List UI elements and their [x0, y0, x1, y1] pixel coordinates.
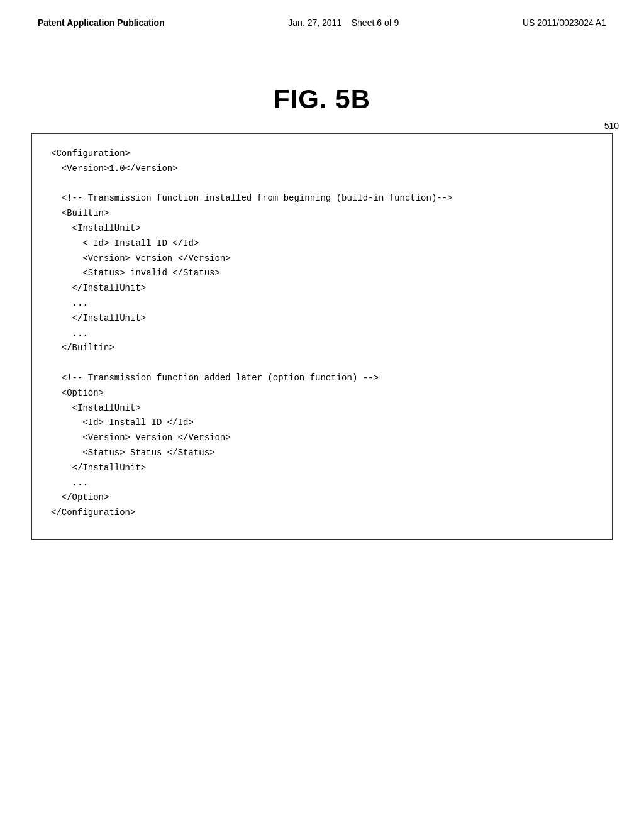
code-line: <Builtin> — [51, 206, 593, 221]
reference-number: 510 — [604, 121, 619, 131]
header-date: Jan. 27, 2011 — [288, 18, 341, 28]
code-line: <InstallUnit> — [51, 401, 593, 416]
figure-title: FIG. 5B — [0, 84, 644, 114]
code-line: ... — [51, 476, 593, 491]
code-line: </InstallUnit> — [51, 311, 593, 326]
code-line: <Version> Version </Version> — [51, 252, 593, 267]
code-line: <Id> Install ID </Id> — [51, 416, 593, 431]
code-line: <Status> Status </Status> — [51, 446, 593, 461]
header-patent-number: US 2011/0023024 A1 — [523, 18, 606, 28]
code-line: </Option> — [51, 490, 593, 506]
code-line: </InstallUnit> — [51, 461, 593, 476]
code-line: <Version>1.0</Version> — [51, 162, 593, 177]
code-line: <Configuration> — [51, 147, 593, 162]
code-box: <Configuration> <Version>1.0</Version> <… — [31, 133, 613, 540]
code-line: <Option> — [51, 386, 593, 401]
code-line: ... — [51, 326, 593, 341]
code-line — [51, 177, 593, 192]
header-sheet: Sheet 6 of 9 — [352, 18, 399, 28]
code-line: <InstallUnit> — [51, 221, 593, 236]
diagram-area: 510 <Configuration> <Version>1.0</Versio… — [31, 133, 613, 540]
code-line: </Configuration> — [51, 506, 593, 521]
code-line: ... — [51, 296, 593, 311]
page-container: Patent Application Publication Jan. 27, … — [0, 0, 644, 830]
code-line: <!-- Transmission function added later (… — [51, 371, 593, 386]
code-line: <Version> Version </Version> — [51, 431, 593, 446]
header-publication-label: Patent Application Publication — [38, 18, 165, 28]
code-line: < Id> Install ID </Id> — [51, 236, 593, 252]
code-line: </Builtin> — [51, 341, 593, 356]
code-line: <Status> invalid </Status> — [51, 266, 593, 281]
page-header: Patent Application Publication Jan. 27, … — [0, 0, 644, 34]
code-line: <!-- Transmission function installed fro… — [51, 191, 593, 206]
header-date-sheet: Jan. 27, 2011 Sheet 6 of 9 — [288, 18, 399, 28]
code-line — [51, 356, 593, 371]
code-line: </InstallUnit> — [51, 281, 593, 296]
